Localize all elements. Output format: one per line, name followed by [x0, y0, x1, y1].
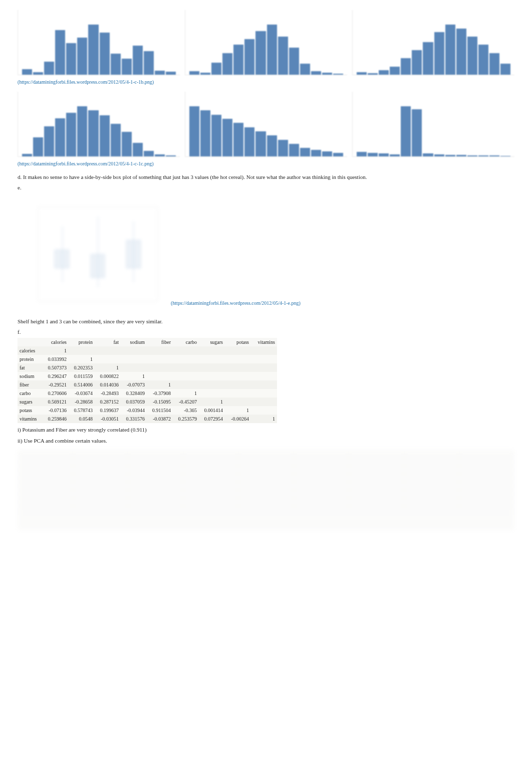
table-row: protein0.0339921 [18, 355, 277, 363]
cell [225, 346, 251, 355]
table-header: carbo [173, 338, 199, 346]
cell [147, 372, 173, 380]
image-link-2[interactable]: (https://dataminingforbi.files.wordpress… [18, 161, 514, 166]
cell [173, 363, 199, 372]
cell [121, 355, 147, 363]
cell [199, 380, 225, 389]
cell: 1 [43, 346, 69, 355]
table-header [18, 338, 43, 346]
cell [121, 346, 147, 355]
cell: 0.072954 [199, 415, 225, 423]
cell: 0.296247 [43, 372, 69, 380]
cell: 0.000822 [95, 372, 121, 380]
cell [225, 380, 251, 389]
cell: 1 [225, 406, 251, 415]
boxplot-image [18, 197, 168, 312]
table-row: sugars0.569121-0.286580.2871520.037059-0… [18, 398, 277, 406]
table-header: calories [43, 338, 69, 346]
cell [199, 372, 225, 380]
bars [189, 106, 343, 156]
paragraph-d: d. It makes no sense to have a side-by-s… [18, 173, 514, 181]
cell: 0.507373 [43, 363, 69, 372]
cell: -0.28493 [95, 389, 121, 398]
cell: 1 [251, 415, 277, 423]
table-header: protein [69, 338, 95, 346]
cell [95, 355, 121, 363]
image-link-3[interactable]: (https://dataminingforbi.files.wordpress… [171, 300, 301, 306]
table-row: carbo0.270606-0.03674-0.284930.328409-0.… [18, 389, 277, 398]
cell: 0.259846 [43, 415, 69, 423]
cell: 1 [199, 398, 225, 406]
image-link-1[interactable]: (https://dataminingforbi.files.wordpress… [18, 79, 514, 85]
row-label: potass [18, 406, 43, 415]
cell [147, 346, 173, 355]
cell: 0.014036 [95, 380, 121, 389]
bars [22, 25, 176, 75]
cell: -0.03051 [95, 415, 121, 423]
boxplot-wrap: (https://dataminingforbi.files.wordpress… [18, 193, 514, 315]
cell: -0.03674 [69, 389, 95, 398]
cell [199, 355, 225, 363]
table-header: sodium [121, 338, 147, 346]
bars [189, 25, 343, 75]
cell: 0.328409 [121, 389, 147, 398]
cell [173, 372, 199, 380]
cell: -0.03872 [147, 415, 173, 423]
cell [199, 389, 225, 398]
table-row: potass-0.071360.5787430.199637-0.039440.… [18, 406, 277, 415]
correlation-table: caloriesproteinfatsodiumfibercarbosugars… [18, 338, 277, 423]
cell [121, 363, 147, 372]
cell [173, 346, 199, 355]
table-header-row: caloriesproteinfatsodiumfibercarbosugars… [18, 338, 277, 346]
cell: 1 [121, 372, 147, 380]
histogram-3 [352, 10, 514, 75]
table-row: fiber-0.295210.5140060.014036-0.070731 [18, 380, 277, 389]
cell: 0.253579 [173, 415, 199, 423]
cell [225, 389, 251, 398]
cell [95, 346, 121, 355]
cell: -0.07136 [43, 406, 69, 415]
cell [225, 355, 251, 363]
cell: 1 [147, 380, 173, 389]
label-f: f. [18, 329, 514, 335]
table-header: fat [95, 338, 121, 346]
row-label: vitamins [18, 415, 43, 423]
cell [199, 363, 225, 372]
histogram-row-2 [18, 92, 514, 157]
cell [251, 363, 277, 372]
row-label: calories [18, 346, 43, 355]
cell: 0.033992 [43, 355, 69, 363]
cell: 0.037059 [121, 398, 147, 406]
cell: 0.578743 [69, 406, 95, 415]
cell: 0.331576 [121, 415, 147, 423]
histogram-1 [18, 10, 180, 75]
table-header: sugars [199, 338, 225, 346]
cell [251, 398, 277, 406]
cell: 0.287152 [95, 398, 121, 406]
row-label: protein [18, 355, 43, 363]
cell: -0.29521 [43, 380, 69, 389]
cell: 0.0548 [69, 415, 95, 423]
cell [69, 346, 95, 355]
row-label: sugars [18, 398, 43, 406]
cell [173, 355, 199, 363]
histogram-4 [18, 92, 180, 157]
cell [199, 346, 225, 355]
bars [22, 106, 176, 156]
cell: 1 [69, 355, 95, 363]
cell: 0.202353 [69, 363, 95, 372]
cell [225, 398, 251, 406]
cell: 0.911504 [147, 406, 173, 415]
cell: 0.270606 [43, 389, 69, 398]
cell [147, 355, 173, 363]
row-label: fiber [18, 380, 43, 389]
cell: 1 [95, 363, 121, 372]
cell [173, 380, 199, 389]
row-label: sodium [18, 372, 43, 380]
paragraph-shelf: Shelf height 1 and 3 can be combined, si… [18, 318, 514, 326]
table-header: vitamins [251, 338, 277, 346]
cell [251, 355, 277, 363]
table-body: calories1protein0.0339921fat0.5073730.20… [18, 346, 277, 423]
table-header: potass [225, 338, 251, 346]
cell [147, 363, 173, 372]
